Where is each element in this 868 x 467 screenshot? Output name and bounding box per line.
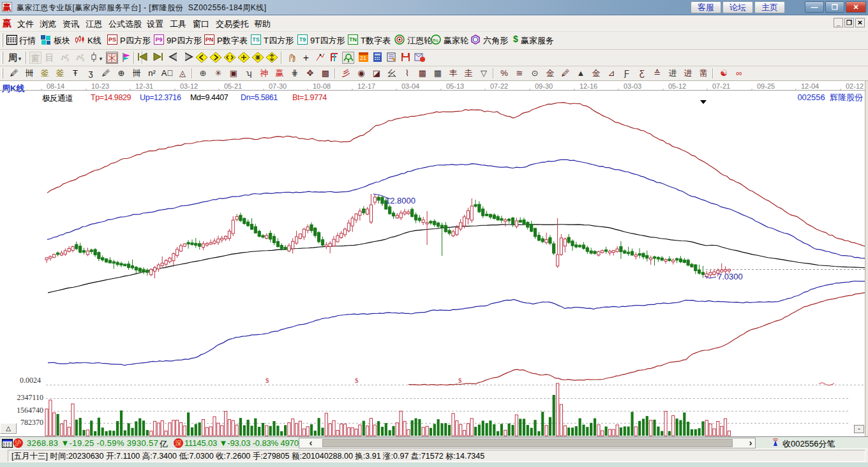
- svg-text:09-30: 09-30: [535, 82, 553, 90]
- svg-text:07-22: 07-22: [490, 82, 508, 90]
- svg-text:7.0300: 7.0300: [717, 272, 743, 281]
- svg-text:03-04: 03-04: [401, 82, 419, 90]
- svg-text:07-21: 07-21: [712, 82, 730, 90]
- svg-text:12-16: 12-16: [580, 82, 597, 90]
- svg-text:Big: Big: [433, 38, 438, 42]
- svg-text:02-12: 02-12: [846, 82, 864, 90]
- svg-text:03-12: 03-12: [180, 82, 198, 90]
- svg-text:3: 3: [66, 57, 69, 62]
- svg-text:05-13: 05-13: [446, 82, 464, 90]
- svg-text:05-12: 05-12: [668, 82, 686, 90]
- svg-text:05-21: 05-21: [224, 82, 242, 90]
- svg-text:12-31: 12-31: [135, 82, 153, 90]
- svg-text:21: 21: [360, 55, 366, 61]
- svg-text:08-14: 08-14: [47, 82, 64, 90]
- svg-text:9: 9: [82, 57, 84, 62]
- svg-text:07-30: 07-30: [269, 82, 287, 90]
- svg-text:09-25: 09-25: [757, 82, 775, 90]
- svg-text:$: $: [458, 376, 462, 384]
- svg-text:03-03: 03-03: [624, 82, 641, 90]
- svg-text:$: $: [355, 376, 359, 384]
- svg-text:12-04: 12-04: [801, 82, 819, 90]
- svg-text:10-08: 10-08: [313, 82, 331, 90]
- svg-text:12.8000: 12.8000: [385, 196, 415, 205]
- svg-text:10-23: 10-23: [91, 82, 109, 90]
- svg-text:$: $: [266, 376, 269, 384]
- svg-text:12-17: 12-17: [357, 82, 375, 90]
